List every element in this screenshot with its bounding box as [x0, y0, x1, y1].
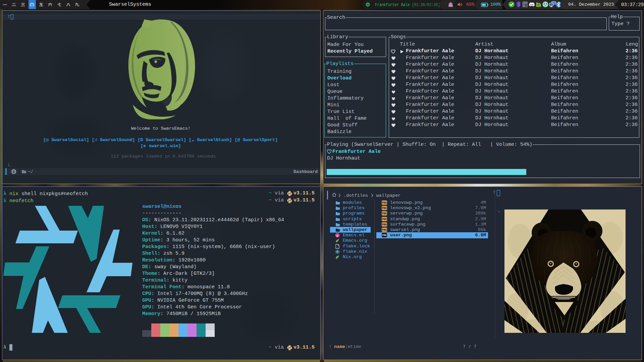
svg-text:e: e: [337, 234, 338, 237]
svg-text:E: E: [13, 170, 15, 174]
